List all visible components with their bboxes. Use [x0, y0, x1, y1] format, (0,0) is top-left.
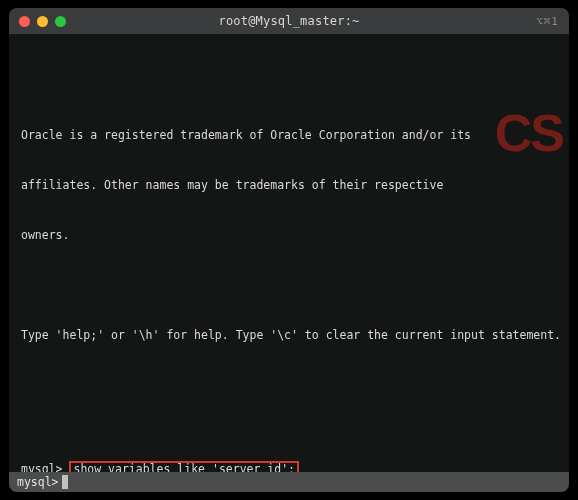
intro-line: owners. — [21, 227, 557, 244]
pane-indicator: ⌥⌘1 — [536, 15, 559, 28]
cursor-icon — [62, 475, 68, 489]
window-controls — [19, 16, 66, 27]
maximize-icon[interactable] — [55, 16, 66, 27]
terminal-window: root@Mysql_master:~ ⌥⌘1 CS Oracle is a r… — [9, 8, 569, 492]
input-bar[interactable]: mysql> — [9, 472, 569, 492]
titlebar[interactable]: root@Mysql_master:~ ⌥⌘1 — [9, 8, 569, 34]
mysql-prompt: mysql> — [21, 462, 63, 472]
prompt-line: mysql> show variables like 'server_id'; — [21, 461, 557, 472]
close-icon[interactable] — [19, 16, 30, 27]
intro-line: Oracle is a registered trademark of Orac… — [21, 127, 557, 144]
sql-command: show variables like 'server_id'; — [69, 461, 299, 472]
terminal-output: Oracle is a registered trademark of Orac… — [21, 94, 557, 472]
window-title: root@Mysql_master:~ — [9, 14, 569, 28]
minimize-icon[interactable] — [37, 16, 48, 27]
help-line: Type 'help;' or '\h' for help. Type '\c'… — [21, 327, 557, 344]
input-prompt: mysql> — [17, 475, 59, 489]
blank-line — [21, 377, 557, 394]
blank-line — [21, 277, 557, 294]
intro-line: affiliates. Other names may be trademark… — [21, 177, 557, 194]
terminal-body[interactable]: CS Oracle is a registered trademark of O… — [9, 34, 569, 472]
